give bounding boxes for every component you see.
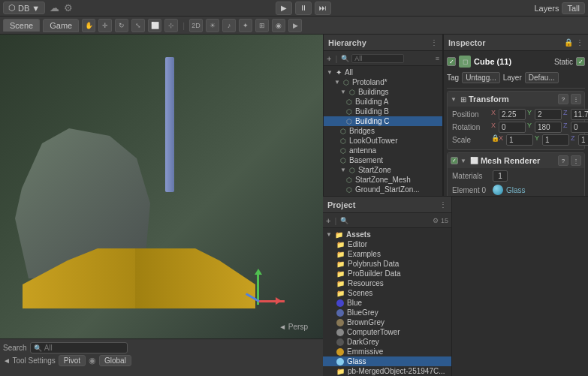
scale-z-input[interactable] bbox=[578, 134, 588, 146]
transform-tool[interactable]: ⊹ bbox=[164, 19, 178, 32]
hierarchy-collapse-icon[interactable]: ≡ bbox=[436, 55, 439, 62]
play-button[interactable]: ▶ bbox=[276, 2, 292, 15]
mesh-renderer-menu-btn[interactable]: ⋮ bbox=[571, 155, 581, 166]
project-polybrush[interactable]: 📁 Polybrush Data bbox=[323, 259, 451, 269]
move-tool[interactable]: ✛ bbox=[98, 19, 112, 32]
layers-label: Layers bbox=[534, 4, 559, 13]
tree-item-building-c[interactable]: ⬡ Building C bbox=[324, 116, 442, 126]
scene-canvas[interactable]: ◄ Persp bbox=[0, 35, 323, 338]
more-toggle[interactable]: ▶ bbox=[288, 19, 302, 32]
tree-item-antenna[interactable]: ⬡ antenna bbox=[324, 146, 442, 155]
grid-toggle[interactable]: ⊞ bbox=[255, 19, 269, 32]
scale-y-input[interactable] bbox=[542, 134, 569, 146]
search-input[interactable] bbox=[44, 344, 119, 352]
project-search-icon[interactable]: 🔍 bbox=[340, 217, 348, 224]
tree-item-bridges[interactable]: ⬡ Bridges bbox=[324, 126, 442, 136]
tree-item-lookout[interactable]: ⬡ LookOutTower bbox=[324, 136, 442, 146]
tree-item-building-a[interactable]: ⬡ Building A bbox=[324, 97, 442, 107]
audio-toggle[interactable]: ♪ bbox=[222, 19, 236, 32]
tree-item-protoland[interactable]: ▼ ⬡ Protoland* bbox=[324, 77, 442, 87]
hierarchy-search-input[interactable] bbox=[351, 54, 404, 63]
static-checkbox[interactable]: ✓ bbox=[576, 57, 585, 66]
pause-button[interactable]: ⏸ bbox=[295, 2, 312, 15]
project-add-icon[interactable]: + bbox=[326, 216, 330, 225]
mesh-renderer-info-btn[interactable]: ? bbox=[558, 155, 568, 166]
rot-x-input[interactable] bbox=[499, 122, 526, 133]
pivot-dropdown[interactable]: Pivot bbox=[59, 355, 86, 366]
materials-count-input[interactable] bbox=[493, 170, 508, 182]
inspector-lock-icon[interactable]: 🔒 bbox=[564, 38, 573, 47]
tab-game[interactable]: Game bbox=[43, 19, 79, 32]
obj-enabled-checkbox[interactable]: ✓ bbox=[447, 57, 456, 66]
pos-z-input[interactable] bbox=[571, 109, 588, 120]
light-toggle[interactable]: ☀ bbox=[206, 19, 219, 32]
scale-x-input[interactable] bbox=[506, 134, 533, 146]
project-scenes[interactable]: 📁 Scenes bbox=[323, 288, 451, 298]
hierarchy-menu-icon[interactable]: ⋮ bbox=[430, 38, 438, 47]
position-xyz: X Y Z bbox=[491, 109, 588, 120]
hierarchy-add-icon[interactable]: + bbox=[327, 54, 331, 63]
layer-dropdown[interactable]: Defau... bbox=[525, 72, 559, 83]
project-examples[interactable]: 📁 Examples bbox=[323, 249, 451, 259]
project-emmissive[interactable]: Emmissive bbox=[323, 347, 451, 356]
fx-toggle[interactable]: ✦ bbox=[239, 19, 252, 32]
step-button[interactable]: ⏭ bbox=[315, 2, 331, 15]
rect-tool[interactable]: ⬜ bbox=[148, 19, 161, 32]
tree-item-all[interactable]: ▼ ✦ All bbox=[324, 68, 442, 77]
db-button[interactable]: ⬡ DB ▼ bbox=[3, 2, 45, 14]
pos-x-input[interactable] bbox=[499, 109, 526, 120]
inspector-menu-icon[interactable]: ⋮ bbox=[576, 38, 583, 47]
project-pb-merged[interactable]: 📁 pb-MergedObject-251947C... bbox=[323, 366, 451, 376]
gizmos-toggle[interactable]: ◉ bbox=[272, 19, 285, 32]
transform-info-btn[interactable]: ? bbox=[558, 94, 568, 104]
project-editor[interactable]: 📁 Editor bbox=[323, 239, 451, 249]
material-preview-ball bbox=[493, 185, 503, 195]
mesh-renderer-arrow: ▼ bbox=[460, 158, 466, 164]
tree-item-startzone[interactable]: ▼ ⬡ StartZone bbox=[324, 165, 442, 175]
tag-dropdown[interactable]: Untagg... bbox=[462, 72, 500, 83]
mesh-renderer-enabled[interactable]: ✓ bbox=[451, 157, 458, 164]
transform-menu-btn[interactable]: ⋮ bbox=[571, 94, 581, 104]
2d-toggle[interactable]: 2D bbox=[189, 19, 203, 32]
project-menu-icon[interactable]: ⋮ bbox=[439, 200, 447, 209]
rot-z-input[interactable] bbox=[571, 122, 588, 133]
hierarchy-panel: Hierarchy ⋮ + | 🔍 ≡ ▼ ✦ bbox=[323, 35, 443, 196]
tab-scene[interactable]: Scene bbox=[3, 19, 40, 32]
project-blue[interactable]: Blue bbox=[323, 298, 451, 308]
transform-header[interactable]: ▼ ⊞ Transform ? ⋮ bbox=[448, 92, 584, 107]
rot-y-input[interactable] bbox=[535, 122, 562, 133]
materials-label: Materials bbox=[452, 172, 490, 180]
scale-tool[interactable]: ⤡ bbox=[131, 19, 145, 32]
transform-body: Position X Y Z bbox=[448, 107, 584, 149]
tree-item-ground-start[interactable]: ⬡ Ground_StartZon... bbox=[324, 185, 442, 194]
transform-section: ▼ ⊞ Transform ? ⋮ Position bbox=[447, 91, 585, 150]
top-right-row: Hierarchy ⋮ + | 🔍 ≡ ▼ ✦ bbox=[323, 35, 588, 196]
mesh-renderer-header[interactable]: ✓ ▼ ⬜ Mesh Renderer ? ⋮ bbox=[448, 153, 584, 168]
global-dropdown[interactable]: Global bbox=[99, 355, 131, 366]
materials-row: Materials bbox=[452, 170, 580, 182]
project-assets-root[interactable]: ▼ 📁 Assets bbox=[323, 230, 451, 239]
tree-item-buildings[interactable]: ▼ ⬡ Buildings bbox=[324, 87, 442, 97]
material-name[interactable]: Glass bbox=[506, 186, 526, 194]
project-resources[interactable]: 📁 Resources bbox=[323, 278, 451, 288]
gizmo-x-arrow bbox=[276, 297, 282, 305]
static-label: Static bbox=[554, 58, 573, 66]
tree-item-basement[interactable]: ⬡ Basement bbox=[324, 155, 442, 165]
project-probuilder[interactable]: 📁 ProBuilder Data bbox=[323, 269, 451, 278]
layers-dropdown[interactable]: Tall bbox=[562, 2, 585, 14]
bottom-row: Project ⋮ + | 🔍 ⚙ 15 ▼ 📁 Assets bbox=[323, 196, 588, 376]
pos-y-input[interactable] bbox=[535, 109, 562, 120]
right-section: Hierarchy ⋮ + | 🔍 ≡ ▼ ✦ bbox=[323, 35, 588, 376]
project-browngrey[interactable]: BrownGrey bbox=[323, 317, 451, 327]
project-darkgrey[interactable]: DarkGrey bbox=[323, 337, 451, 347]
project-settings-icon[interactable]: ⚙ bbox=[433, 217, 439, 224]
project-glass[interactable]: Glass bbox=[323, 356, 451, 366]
hand-tool[interactable]: ✋ bbox=[82, 19, 95, 32]
dropdown-arrow-db: ▼ bbox=[32, 4, 40, 13]
tree-item-building-b[interactable]: ⬡ Building B bbox=[324, 107, 442, 116]
tree-item-startzone-mesh[interactable]: ⬡ StartZone_Mesh bbox=[324, 175, 442, 185]
project-computertower[interactable]: ComputerTower bbox=[323, 327, 451, 337]
project-bluegrey[interactable]: BlueGrey bbox=[323, 308, 451, 317]
rotate-tool[interactable]: ↻ bbox=[115, 19, 128, 32]
hierarchy-search-icon[interactable]: 🔍 bbox=[341, 55, 349, 62]
